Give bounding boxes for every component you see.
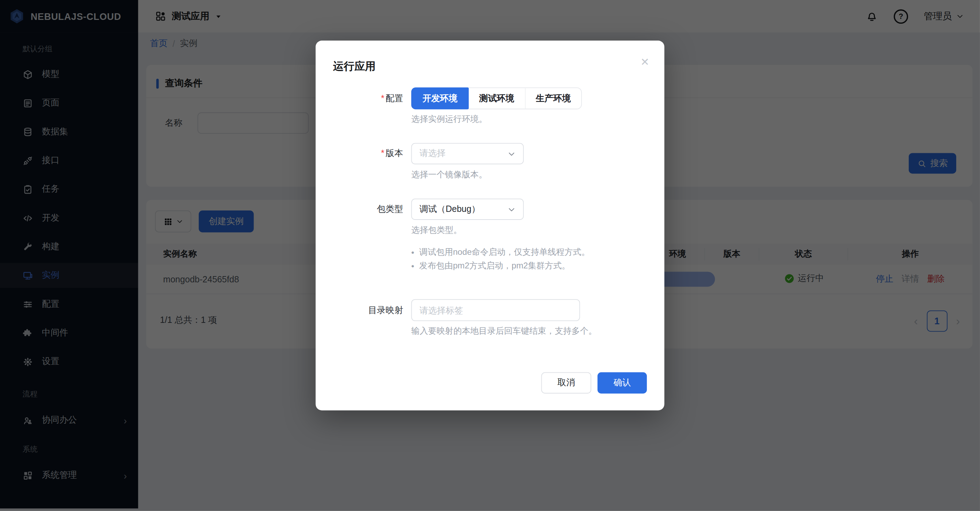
package-type-value: 调试（Debug） bbox=[420, 203, 480, 215]
app-root: NEBULAJS-CLOUD 测试应用 bbox=[0, 0, 980, 511]
directory-mapping-help: 输入要映射的本地目录后回车键结束，支持多个。 bbox=[411, 325, 597, 336]
package-note-debug: • 调试包用node命令启动，仅支持单线程方式。 bbox=[411, 247, 590, 258]
version-select[interactable]: 请选择 bbox=[411, 143, 523, 164]
directory-mapping-row: 目录映射 bbox=[316, 299, 580, 321]
package-type-label: 包类型 bbox=[316, 203, 403, 215]
chevron-down-icon bbox=[508, 150, 515, 158]
version-placeholder: 请选择 bbox=[420, 148, 445, 159]
run-app-modal: 运行应用 ✕ *配置 开发环境 测试环境 生产环境 选择实例运行环境。 *版本 … bbox=[316, 40, 665, 410]
chevron-down-icon bbox=[508, 205, 515, 213]
environment-segmented-control: 开发环境 测试环境 生产环境 bbox=[411, 87, 582, 110]
segment-prod-environment[interactable]: 生产环境 bbox=[525, 88, 581, 109]
bullet-icon: • bbox=[411, 262, 414, 271]
bullet-icon: • bbox=[411, 248, 414, 257]
package-type-select[interactable]: 调试（Debug） bbox=[411, 198, 523, 220]
config-help: 选择实例运行环境。 bbox=[411, 114, 487, 125]
close-icon[interactable]: ✕ bbox=[641, 57, 650, 67]
version-label: *版本 bbox=[316, 148, 403, 159]
version-help: 选择一个镜像版本。 bbox=[411, 169, 487, 181]
cancel-button[interactable]: 取消 bbox=[541, 373, 591, 394]
package-type-row: 包类型 调试（Debug） bbox=[316, 198, 524, 220]
package-note-release: • 发布包由pm2方式启动，pm2集群方式。 bbox=[411, 260, 570, 271]
directory-mapping-label: 目录映射 bbox=[316, 305, 403, 316]
required-mark: * bbox=[381, 148, 385, 158]
modal-title: 运行应用 bbox=[333, 59, 376, 74]
required-mark: * bbox=[381, 93, 385, 103]
package-type-help: 选择包类型。 bbox=[411, 225, 462, 236]
confirm-button[interactable]: 确认 bbox=[598, 373, 647, 394]
modal-footer: 取消 确认 bbox=[541, 373, 647, 394]
config-label: *配置 bbox=[316, 93, 403, 104]
segment-test-environment[interactable]: 测试环境 bbox=[469, 88, 525, 109]
version-row: *版本 请选择 bbox=[316, 143, 524, 164]
segment-dev-environment[interactable]: 开发环境 bbox=[411, 87, 469, 110]
directory-mapping-input[interactable] bbox=[411, 299, 580, 321]
config-row: *配置 开发环境 测试环境 生产环境 bbox=[316, 87, 582, 110]
